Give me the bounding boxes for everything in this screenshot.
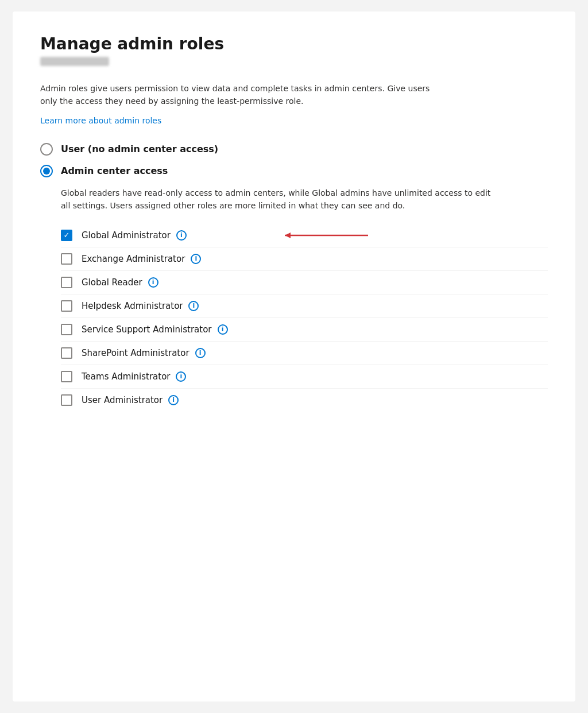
info-icon-teams-admin[interactable]: i <box>176 371 186 382</box>
learn-more-link[interactable]: Learn more about admin roles <box>40 116 161 125</box>
info-icon-global-admin[interactable]: i <box>176 230 187 241</box>
user-name-blurred <box>40 57 109 66</box>
info-icon-service-support-admin[interactable]: i <box>218 324 228 335</box>
role-label-user-admin: User Administrator <box>82 395 163 405</box>
list-item: User Administrator i <box>61 389 548 412</box>
svg-marker-1 <box>285 232 291 238</box>
list-item: Global Administrator i <box>61 224 548 247</box>
checkbox-global-reader[interactable] <box>61 277 72 288</box>
radio-circle-admin-access <box>40 165 53 177</box>
radio-admin-access[interactable]: Admin center access <box>40 165 548 177</box>
info-icon-exchange-admin[interactable]: i <box>191 254 201 264</box>
radio-circle-no-access <box>40 143 53 156</box>
role-label-exchange-admin: Exchange Administrator <box>82 254 185 264</box>
role-label-teams-admin: Teams Administrator <box>82 371 170 382</box>
list-item: Service Support Administrator i <box>61 318 548 342</box>
checkbox-exchange-admin[interactable] <box>61 253 72 265</box>
radio-label-no-access: User (no admin center access) <box>61 144 218 154</box>
page-title: Manage admin roles <box>40 34 548 53</box>
list-item: Teams Administrator i <box>61 365 548 389</box>
role-label-global-admin: Global Administrator <box>82 230 171 241</box>
role-label-service-support-admin: Service Support Administrator <box>82 324 212 335</box>
list-item: SharePoint Administrator i <box>61 342 548 365</box>
list-item: Helpdesk Administrator i <box>61 294 548 318</box>
page-container: Manage admin roles Admin roles give user… <box>13 11 575 702</box>
info-icon-sharepoint-admin[interactable]: i <box>195 348 206 358</box>
list-item: Exchange Administrator i <box>61 247 548 271</box>
checkbox-sharepoint-admin[interactable] <box>61 347 72 359</box>
checkbox-teams-admin[interactable] <box>61 371 72 382</box>
radio-label-admin-access: Admin center access <box>61 165 168 176</box>
red-arrow <box>279 228 371 242</box>
list-item: Global Reader i <box>61 271 548 294</box>
checkbox-helpdesk-admin[interactable] <box>61 300 72 312</box>
info-icon-helpdesk-admin[interactable]: i <box>188 301 199 311</box>
roles-checkbox-list: Global Administrator i Exchange Administ… <box>61 224 548 412</box>
role-label-sharepoint-admin: SharePoint Administrator <box>82 348 189 358</box>
role-label-global-reader: Global Reader <box>82 277 142 288</box>
info-icon-global-reader[interactable]: i <box>148 277 158 288</box>
global-admin-row: Global Administrator i <box>61 230 548 241</box>
checkbox-global-admin[interactable] <box>61 230 72 241</box>
description-text: Admin roles give users permission to vie… <box>40 82 442 108</box>
role-label-helpdesk-admin: Helpdesk Administrator <box>82 301 183 311</box>
info-icon-user-admin[interactable]: i <box>168 395 179 405</box>
admin-access-description: Global readers have read-only access to … <box>61 187 492 212</box>
checkbox-service-support-admin[interactable] <box>61 324 72 335</box>
checkbox-user-admin[interactable] <box>61 394 72 406</box>
radio-no-access[interactable]: User (no admin center access) <box>40 143 548 156</box>
